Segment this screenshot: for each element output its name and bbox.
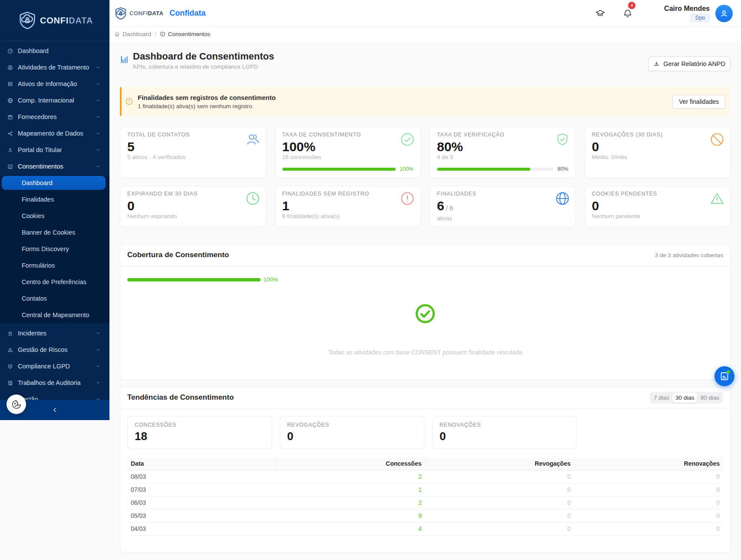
speedometer-icon	[7, 48, 13, 54]
coverage-title: Cobertura de Consentimento	[127, 251, 229, 259]
sidebar-item-mapeamento-de-dados[interactable]: Mapeamento de Dados	[0, 125, 109, 142]
breadcrumb-separator: /	[155, 31, 156, 37]
confidata-shield-logo-icon-small	[114, 7, 128, 20]
circle-check-icon	[414, 303, 436, 325]
generate-anpd-report-button[interactable]: Gerar Relatório ANPD	[648, 56, 731, 71]
table-row: 07/03100	[127, 483, 723, 496]
page-title: Dashboard de Consentimentos	[133, 51, 274, 62]
server-icon	[7, 81, 13, 87]
person-icon	[719, 9, 729, 18]
circle-check-icon	[400, 132, 415, 147]
chevron-down-icon	[96, 380, 101, 385]
sidebar-item-incidentes[interactable]: Incidentes	[0, 325, 109, 341]
breadcrumb: Dashboard / Consentimentos	[109, 27, 741, 41]
page-header: Dashboard de Consentimentos KPIs, cobert…	[120, 51, 731, 71]
kpi-card-finalidades: FINALIDADES6/ 6ativas	[430, 186, 576, 227]
sidebar-item-trabalhos-de-auditoria[interactable]: Trabalhos de Auditoria	[0, 374, 109, 391]
table-row: 04/03400	[127, 522, 723, 535]
trend-stat-revogacoes: REVOGAÇÕES0	[280, 416, 424, 449]
sidebar-subitem-contatos[interactable]: Contatos	[0, 290, 109, 307]
brand-small: CONFIDATA	[129, 10, 163, 17]
warning-triangle-icon	[709, 191, 725, 206]
shield-check-icon	[7, 364, 13, 369]
coverage-progress-label: 100%	[264, 276, 278, 283]
check-square-icon	[160, 31, 165, 37]
chevron-down-icon	[96, 65, 101, 70]
sidebar-item-comp-internacional[interactable]: Comp. Internacional	[0, 92, 109, 109]
siren-icon	[7, 331, 13, 336]
sidebar-menu: DashboardAtividades de TratamentoAtivos …	[0, 41, 109, 175]
kpi-progress-bar: 100%	[282, 166, 414, 172]
view-finalidades-button[interactable]: Ver finalidades	[672, 95, 725, 109]
shield-check-icon	[555, 132, 570, 147]
coverage-summary: 3 de 3 atividades cobertas	[655, 252, 723, 258]
clock-icon	[245, 191, 261, 206]
table-row: 06/03200	[127, 496, 723, 509]
sidebar-item-ativos-de-informacao[interactable]: Ativos de Informação	[0, 76, 109, 92]
notification-count-badge: 4	[628, 2, 635, 9]
sidebar-subitem-central-de-mapeamento[interactable]: Central de Mapeamento	[0, 307, 109, 323]
user-badge-icon	[7, 65, 13, 70]
range-option-90-dias[interactable]: 90 dias	[697, 393, 722, 403]
user-name: Cairo Mendes	[664, 5, 710, 13]
kpi-card-revogacoes-30-dias: REVOGAÇÕES (30 DIAS)0Média: 0/mês	[585, 127, 731, 178]
graduation-cap-icon[interactable]	[595, 8, 605, 19]
sidebar-subitem-banner-de-cookies[interactable]: Banner de Cookies	[0, 224, 109, 241]
sidebar-menu-bottom: IncidentesGestão de RiscosCompliance LGP…	[0, 323, 109, 400]
column-header-concessoes: Concessões	[276, 457, 425, 470]
trends-card: Tendências de Consentimento 7 dias30 dia…	[120, 387, 731, 553]
warning-banner-description: 1 finalidade(s) ativa(s) sem nenhum regi…	[138, 103, 276, 109]
bar-chart-icon	[120, 55, 129, 64]
kpi-card-cookies-pendentes: COOKIES PENDENTES0Nenhum pendente	[585, 186, 731, 227]
chevron-down-icon	[96, 114, 101, 119]
sidebar-subitem-formularios[interactable]: Formulários	[0, 257, 109, 274]
sidebar-subitem-finalidades[interactable]: Finalidades	[0, 191, 109, 208]
sidebar-subitem-cookies[interactable]: Cookies	[0, 208, 109, 224]
range-option-30-dias[interactable]: 30 dias	[672, 393, 698, 403]
sidebar-submenu: DashboardFinalidadesCookiesBanner de Coo…	[0, 176, 109, 323]
chevron-down-icon	[96, 81, 101, 86]
trends-table-header-row: DataConcessõesRevogaçõesRenovações	[127, 457, 723, 470]
sidebar-item-compliance-lgpd[interactable]: Compliance LGPD	[0, 358, 109, 374]
column-header-revogacoes: Revogações	[425, 457, 574, 470]
report-fab-button[interactable]	[715, 366, 734, 386]
fab-status-dot	[727, 370, 730, 374]
sidebar-item-dashboard[interactable]: Dashboard	[0, 43, 109, 59]
table-row: 05/03900	[127, 509, 723, 522]
user-role-badge[interactable]: Dpo	[691, 14, 710, 22]
sidebar-item-portal-do-titular[interactable]: Portal do Titular	[0, 142, 109, 158]
sidebar: CONFIDATA DashboardAtividades de Tratame…	[0, 0, 109, 420]
notifications-button[interactable]: 4	[622, 8, 633, 19]
kpi-card-expirando-em-30-dias: EXPIRANDO EM 30 DIAS0Nenhum expirando	[120, 186, 266, 227]
column-header-renovacoes: Renovações	[574, 457, 723, 470]
sidebar-logo-text: CONFIDATA	[40, 16, 93, 26]
sidebar-item-fornecedores[interactable]: Fornecedores	[0, 109, 109, 125]
column-header-data: Data	[127, 457, 276, 470]
users-icon	[245, 132, 261, 147]
breadcrumb-dashboard[interactable]: Dashboard	[114, 31, 151, 37]
globe-icon	[7, 98, 13, 103]
sidebar-item-atividades-de-tratamento[interactable]: Atividades de Tratamento	[0, 59, 109, 76]
coverage-card: Cobertura de Consentimento 3 de 3 ativid…	[120, 244, 731, 380]
breadcrumb-consentimentos[interactable]: Consentimentos	[160, 31, 211, 37]
sidebar-subitem-centro-de-preferencias[interactable]: Centro de Preferências	[0, 274, 109, 290]
trend-stats: CONCESSÕES18REVOGAÇÕES0RENOVAÇÕES0	[120, 408, 730, 449]
sidebar-subitem-dashboard[interactable]: Dashboard	[2, 176, 106, 190]
avatar[interactable]	[715, 5, 733, 22]
sidebar-item-gestao-de-riscos[interactable]: Gestão de Riscos	[0, 341, 109, 358]
sidebar-subitem-forms-discovery[interactable]: Forms Discovery	[0, 241, 109, 257]
chevron-down-icon	[96, 364, 101, 369]
bell-icon	[622, 8, 633, 19]
cookie-settings-button[interactable]	[7, 394, 26, 414]
alert-circle-icon	[400, 191, 415, 206]
warning-triangle-icon	[7, 347, 13, 353]
user-block: Cairo Mendes Dpo	[664, 5, 710, 22]
sidebar-item-consentimentos[interactable]: Consentimentos	[0, 158, 109, 175]
box-icon	[7, 114, 13, 120]
confidata-shield-logo-icon	[17, 10, 37, 30]
ban-icon	[709, 132, 725, 147]
trend-stat-renovacoes: RENOVAÇÕES0	[432, 416, 577, 449]
coverage-status-message: Todas as atividades com base CONSENT pos…	[127, 349, 723, 356]
range-option-7-dias[interactable]: 7 dias	[651, 393, 672, 403]
chevron-down-icon	[96, 331, 101, 336]
